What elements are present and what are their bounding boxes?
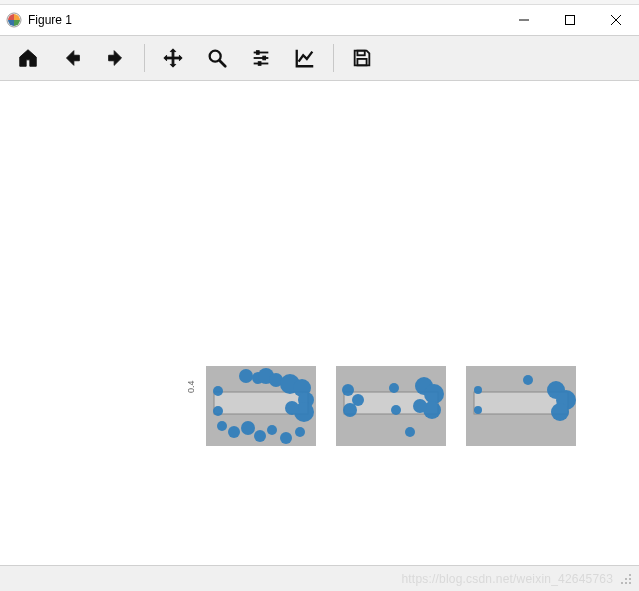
close-icon <box>611 15 621 25</box>
svg-rect-56 <box>625 578 627 580</box>
app-icon <box>6 12 22 28</box>
svg-point-49 <box>474 386 482 394</box>
svg-point-41 <box>391 405 401 415</box>
svg-point-30 <box>241 421 255 435</box>
home-icon <box>17 47 39 69</box>
chart-line-icon <box>294 47 316 69</box>
svg-point-34 <box>295 427 305 437</box>
arrow-right-icon <box>105 47 127 69</box>
window-title: Figure 1 <box>28 13 72 27</box>
svg-rect-13 <box>357 51 364 56</box>
home-button[interactable] <box>8 40 48 76</box>
svg-point-39 <box>352 394 364 406</box>
pan-button[interactable] <box>153 40 193 76</box>
svg-point-32 <box>267 425 277 435</box>
move-icon <box>162 47 184 69</box>
svg-point-46 <box>405 427 415 437</box>
maximize-icon <box>565 15 575 25</box>
svg-point-17 <box>213 386 223 396</box>
zoom-button[interactable] <box>197 40 237 76</box>
svg-point-19 <box>239 369 253 383</box>
navigation-toolbar <box>0 35 639 81</box>
subplot-1 <box>336 366 446 446</box>
svg-rect-57 <box>629 578 631 580</box>
svg-rect-55 <box>629 574 631 576</box>
subplot-0 <box>206 366 316 446</box>
svg-point-31 <box>254 430 266 442</box>
svg-rect-60 <box>629 582 631 584</box>
svg-point-37 <box>342 384 354 396</box>
svg-point-27 <box>285 401 299 415</box>
toolbar-separator <box>333 44 334 72</box>
svg-point-54 <box>551 403 569 421</box>
edit-parameters-button[interactable] <box>285 40 325 76</box>
svg-point-40 <box>389 383 399 393</box>
svg-rect-2 <box>566 16 575 25</box>
svg-point-50 <box>474 406 482 414</box>
svg-point-33 <box>280 432 292 444</box>
sliders-icon <box>250 47 272 69</box>
statusbar: https://blog.csdn.net/weixin_42645763 <box>0 565 639 591</box>
minimize-icon <box>519 15 529 25</box>
svg-point-18 <box>213 406 223 416</box>
forward-button[interactable] <box>96 40 136 76</box>
resize-grip-icon[interactable] <box>619 572 633 586</box>
titlebar: Figure 1 <box>0 5 639 35</box>
svg-point-51 <box>523 375 533 385</box>
save-figure-button[interactable] <box>342 40 382 76</box>
toolbar-separator <box>144 44 145 72</box>
arrow-left-icon <box>61 47 83 69</box>
back-button[interactable] <box>52 40 92 76</box>
svg-point-28 <box>217 421 227 431</box>
subplot-2 <box>466 366 576 446</box>
svg-rect-10 <box>263 56 266 60</box>
search-icon <box>206 47 228 69</box>
svg-point-29 <box>228 426 240 438</box>
minimize-button[interactable] <box>501 5 547 35</box>
svg-rect-8 <box>256 51 259 55</box>
svg-rect-14 <box>357 59 366 65</box>
svg-rect-12 <box>258 62 261 66</box>
svg-rect-58 <box>621 582 623 584</box>
y-axis-label: 0.4 <box>186 380 196 393</box>
watermark-text: https://blog.csdn.net/weixin_42645763 <box>401 572 613 586</box>
close-button[interactable] <box>593 5 639 35</box>
configure-subplots-button[interactable] <box>241 40 281 76</box>
maximize-button[interactable] <box>547 5 593 35</box>
svg-rect-59 <box>625 582 627 584</box>
svg-point-43 <box>424 384 444 404</box>
svg-line-6 <box>220 61 226 67</box>
figure-canvas[interactable]: 0.4 <box>0 81 639 559</box>
svg-point-45 <box>413 399 427 413</box>
save-icon <box>351 47 373 69</box>
